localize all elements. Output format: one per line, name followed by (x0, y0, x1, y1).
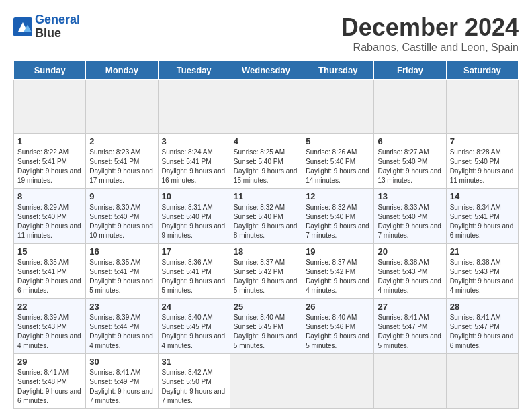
day-number: 18 (234, 246, 298, 257)
day-number: 12 (306, 191, 370, 201)
calendar-day-cell: 17Sunrise: 8:36 AMSunset: 5:41 PMDayligh… (158, 244, 230, 299)
day-number: 4 (234, 136, 298, 146)
day-info: Sunrise: 8:26 AMSunset: 5:40 PMDaylight:… (306, 148, 370, 185)
calendar-day-cell (158, 80, 230, 134)
day-number: 25 (234, 302, 298, 312)
calendar-day-cell: 3Sunrise: 8:24 AMSunset: 5:41 PMDaylight… (158, 134, 230, 189)
day-number: 30 (89, 357, 154, 367)
calendar-day-cell: 24Sunrise: 8:40 AMSunset: 5:45 PMDayligh… (158, 299, 230, 354)
calendar-day-cell: 23Sunrise: 8:39 AMSunset: 5:44 PMDayligh… (86, 299, 158, 354)
day-number: 15 (17, 246, 82, 257)
day-number: 5 (306, 136, 370, 146)
calendar-day-cell (302, 80, 374, 134)
day-number: 16 (89, 246, 154, 257)
day-number: 1 (17, 136, 82, 146)
day-info: Sunrise: 8:40 AMSunset: 5:45 PMDaylight:… (234, 313, 298, 351)
day-info: Sunrise: 8:40 AMSunset: 5:45 PMDaylight:… (162, 313, 226, 351)
day-number: 2 (89, 136, 154, 146)
day-info: Sunrise: 8:41 AMSunset: 5:47 PMDaylight:… (378, 313, 442, 351)
calendar-day-cell: 12Sunrise: 8:32 AMSunset: 5:40 PMDayligh… (302, 189, 374, 244)
calendar-table: SundayMondayTuesdayWednesdayThursdayFrid… (13, 60, 519, 409)
day-info: Sunrise: 8:35 AMSunset: 5:41 PMDaylight:… (89, 258, 154, 295)
calendar-day-cell: 10Sunrise: 8:31 AMSunset: 5:40 PMDayligh… (158, 189, 230, 244)
calendar-day-cell: 9Sunrise: 8:30 AMSunset: 5:40 PMDaylight… (86, 189, 158, 244)
day-number: 14 (450, 191, 515, 201)
calendar-week-row: 15Sunrise: 8:35 AMSunset: 5:41 PMDayligh… (14, 244, 519, 299)
day-number: 29 (17, 357, 82, 367)
calendar-day-cell: 4Sunrise: 8:25 AMSunset: 5:40 PMDaylight… (230, 134, 302, 189)
day-number: 11 (234, 191, 298, 201)
calendar-day-cell: 6Sunrise: 8:27 AMSunset: 5:40 PMDaylight… (374, 134, 446, 189)
day-info: Sunrise: 8:27 AMSunset: 5:40 PMDaylight:… (378, 148, 442, 185)
day-info: Sunrise: 8:28 AMSunset: 5:40 PMDaylight:… (450, 148, 515, 185)
calendar-week-row: 29Sunrise: 8:41 AMSunset: 5:48 PMDayligh… (14, 354, 519, 409)
calendar-day-cell (374, 80, 446, 134)
day-info: Sunrise: 8:23 AMSunset: 5:41 PMDaylight:… (89, 148, 154, 185)
title-area: December 2024 Rabanos, Castille and Leon… (341, 13, 519, 54)
calendar-day-cell: 31Sunrise: 8:42 AMSunset: 5:50 PMDayligh… (158, 354, 230, 409)
day-info: Sunrise: 8:41 AMSunset: 5:48 PMDaylight:… (17, 368, 82, 406)
day-info: Sunrise: 8:39 AMSunset: 5:44 PMDaylight:… (89, 313, 154, 351)
day-number: 7 (450, 136, 515, 146)
day-number: 20 (378, 246, 442, 257)
logo: General Blue (13, 13, 80, 40)
calendar-day-cell: 2Sunrise: 8:23 AMSunset: 5:41 PMDaylight… (86, 134, 158, 189)
calendar-day-cell: 15Sunrise: 8:35 AMSunset: 5:41 PMDayligh… (14, 244, 86, 299)
calendar-day-cell (446, 354, 518, 409)
calendar-day-cell (446, 80, 518, 134)
calendar-week-row: 22Sunrise: 8:39 AMSunset: 5:43 PMDayligh… (14, 299, 519, 354)
day-info: Sunrise: 8:25 AMSunset: 5:40 PMDaylight:… (234, 148, 298, 185)
calendar-week-row: 1Sunrise: 8:22 AMSunset: 5:41 PMDaylight… (14, 134, 519, 189)
weekday-header-row: SundayMondayTuesdayWednesdayThursdayFrid… (14, 61, 519, 80)
day-number: 19 (306, 246, 370, 257)
day-number: 24 (162, 302, 226, 312)
calendar-day-cell (86, 80, 158, 134)
location-title: Rabanos, Castille and Leon, Spain (341, 42, 519, 54)
weekday-header-cell: Thursday (302, 61, 374, 80)
day-number: 13 (378, 191, 442, 201)
day-number: 31 (162, 357, 226, 367)
day-info: Sunrise: 8:42 AMSunset: 5:50 PMDaylight:… (162, 368, 226, 406)
calendar-week-row: 8Sunrise: 8:29 AMSunset: 5:40 PMDaylight… (14, 189, 519, 244)
calendar-day-cell: 28Sunrise: 8:41 AMSunset: 5:47 PMDayligh… (446, 299, 518, 354)
day-info: Sunrise: 8:38 AMSunset: 5:43 PMDaylight:… (450, 258, 515, 295)
calendar-day-cell: 25Sunrise: 8:40 AMSunset: 5:45 PMDayligh… (230, 299, 302, 354)
calendar-day-cell: 1Sunrise: 8:22 AMSunset: 5:41 PMDaylight… (14, 134, 86, 189)
calendar-day-cell: 26Sunrise: 8:40 AMSunset: 5:46 PMDayligh… (302, 299, 374, 354)
calendar-day-cell (230, 354, 302, 409)
day-info: Sunrise: 8:32 AMSunset: 5:40 PMDaylight:… (234, 203, 298, 240)
weekday-header-cell: Saturday (446, 61, 518, 80)
header: General Blue December 2024 Rabanos, Cast… (13, 13, 519, 54)
calendar-day-cell: 18Sunrise: 8:37 AMSunset: 5:42 PMDayligh… (230, 244, 302, 299)
day-info: Sunrise: 8:31 AMSunset: 5:40 PMDaylight:… (162, 203, 226, 240)
logo-text: General Blue (35, 13, 80, 40)
weekday-header-cell: Wednesday (230, 61, 302, 80)
weekday-header-cell: Sunday (14, 61, 86, 80)
day-info: Sunrise: 8:34 AMSunset: 5:41 PMDaylight:… (450, 203, 515, 240)
calendar-day-cell: 14Sunrise: 8:34 AMSunset: 5:41 PMDayligh… (446, 189, 518, 244)
calendar-day-cell: 29Sunrise: 8:41 AMSunset: 5:48 PMDayligh… (14, 354, 86, 409)
day-info: Sunrise: 8:39 AMSunset: 5:43 PMDaylight:… (17, 313, 82, 351)
day-info: Sunrise: 8:24 AMSunset: 5:41 PMDaylight:… (162, 148, 226, 185)
day-info: Sunrise: 8:37 AMSunset: 5:42 PMDaylight:… (306, 258, 370, 295)
day-number: 28 (450, 302, 515, 312)
calendar-day-cell: 27Sunrise: 8:41 AMSunset: 5:47 PMDayligh… (374, 299, 446, 354)
day-info: Sunrise: 8:38 AMSunset: 5:43 PMDaylight:… (378, 258, 442, 295)
day-number: 27 (378, 302, 442, 312)
day-number: 21 (450, 246, 515, 257)
day-number: 23 (89, 302, 154, 312)
day-number: 17 (162, 246, 226, 257)
calendar-day-cell: 30Sunrise: 8:41 AMSunset: 5:49 PMDayligh… (86, 354, 158, 409)
day-info: Sunrise: 8:33 AMSunset: 5:40 PMDaylight:… (378, 203, 442, 240)
day-number: 22 (17, 302, 82, 312)
calendar-day-cell: 5Sunrise: 8:26 AMSunset: 5:40 PMDaylight… (302, 134, 374, 189)
day-info: Sunrise: 8:22 AMSunset: 5:41 PMDaylight:… (17, 148, 82, 185)
calendar-day-cell (302, 354, 374, 409)
calendar-day-cell (14, 80, 86, 134)
day-info: Sunrise: 8:29 AMSunset: 5:40 PMDaylight:… (17, 203, 82, 240)
day-number: 8 (17, 191, 82, 201)
calendar-body: 1Sunrise: 8:22 AMSunset: 5:41 PMDaylight… (14, 80, 519, 409)
calendar-day-cell: 19Sunrise: 8:37 AMSunset: 5:42 PMDayligh… (302, 244, 374, 299)
day-info: Sunrise: 8:37 AMSunset: 5:42 PMDaylight:… (234, 258, 298, 295)
day-info: Sunrise: 8:41 AMSunset: 5:47 PMDaylight:… (450, 313, 515, 351)
